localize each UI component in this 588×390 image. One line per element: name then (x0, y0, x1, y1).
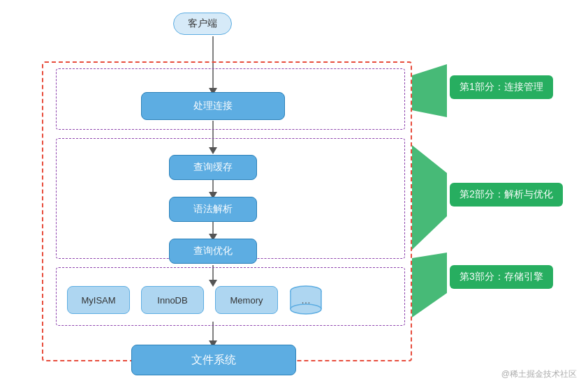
myisam-label: MyISAM (81, 295, 115, 306)
part1-label: 第1部分：连接管理 (450, 75, 553, 99)
process-conn-node: 处理连接 (141, 92, 285, 120)
filesystem-node: 文件系统 (131, 345, 296, 375)
svg-text:…: … (301, 294, 311, 306)
svg-marker-13 (412, 145, 447, 250)
myisam-node: MyISAM (67, 286, 130, 314)
svg-marker-12 (412, 64, 447, 117)
part3-text: 第3部分：存储引擎 (460, 271, 543, 282)
syntax-parse-label: 语法解析 (193, 203, 233, 216)
part2-label: 第2部分：解析与优化 (450, 183, 563, 207)
process-conn-label: 处理连接 (193, 100, 233, 112)
watermark: @稀土掘金技术社区 (501, 368, 577, 380)
query-cache-label: 查询缓存 (193, 161, 233, 174)
cylinder-icon: … (289, 285, 323, 315)
memory-label: Memory (230, 295, 263, 306)
innodb-node: InnoDB (141, 286, 204, 314)
client-node: 客户端 (173, 13, 232, 35)
part1-text: 第1部分：连接管理 (460, 81, 543, 92)
watermark-text: @稀土掘金技术社区 (501, 369, 577, 379)
syntax-parse-node: 语法解析 (169, 197, 257, 222)
part2-text: 第2部分：解析与优化 (460, 188, 553, 200)
query-cache-node: 查询缓存 (169, 155, 257, 180)
query-optimize-label: 查询优化 (193, 245, 233, 257)
innodb-label: InnoDB (157, 295, 187, 306)
svg-point-19 (291, 304, 321, 314)
part3-label: 第3部分：存储引擎 (450, 265, 553, 289)
filesystem-label: 文件系统 (191, 353, 236, 368)
memory-node: Memory (215, 286, 278, 314)
svg-marker-14 (412, 253, 447, 317)
diagram-container: 客户端 处理连接 查询缓存 语法解析 查询优化 MyISAM InnoDB Me… (0, 0, 588, 390)
cylinder-node: … (286, 283, 325, 317)
client-label: 客户端 (188, 17, 217, 29)
query-optimize-node: 查询优化 (169, 239, 257, 264)
